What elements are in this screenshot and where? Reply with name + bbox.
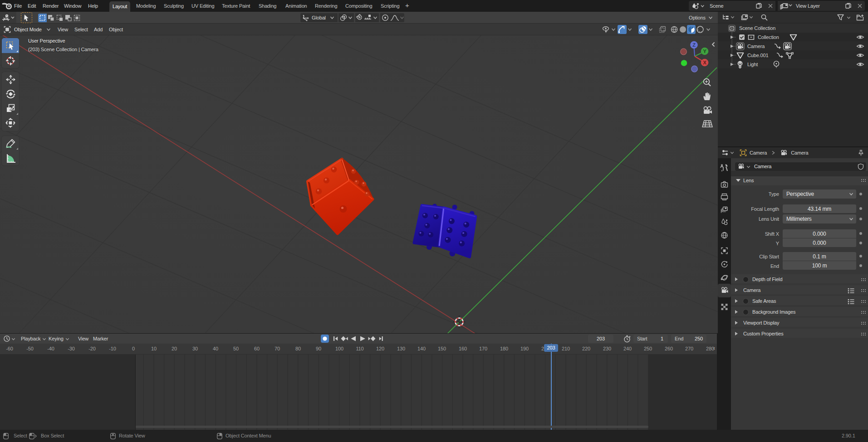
svg-text:Y: Y (703, 49, 706, 54)
svg-text:Z: Z (692, 42, 696, 48)
svg-text:X: X (703, 60, 706, 65)
